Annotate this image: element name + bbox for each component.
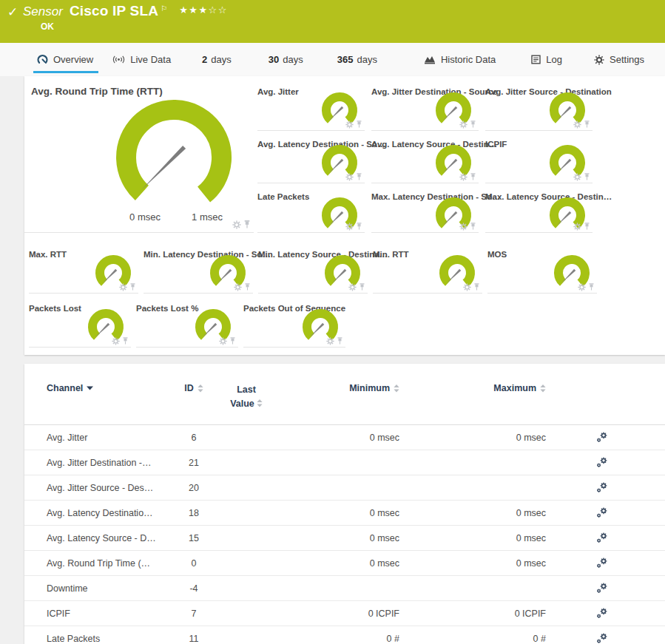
channel-settings-icon[interactable]	[596, 633, 608, 644]
pin-icon[interactable]	[356, 222, 362, 231]
pin-icon[interactable]	[584, 120, 590, 129]
cell-id: 6	[172, 433, 215, 443]
pin-icon[interactable]	[584, 172, 590, 181]
gear-icon[interactable]	[345, 173, 354, 181]
pin-icon[interactable]	[473, 282, 480, 291]
broadcast-icon	[112, 55, 125, 64]
gear-icon[interactable]	[459, 223, 467, 231]
gauge-cell: Min. Latency Destination - So…	[144, 245, 253, 294]
sort-icon	[257, 399, 263, 407]
channel-settings-icon[interactable]	[596, 608, 608, 619]
gauge-cell: Packets Lost	[29, 299, 131, 348]
gear-icon[interactable]	[459, 121, 467, 129]
pin-icon[interactable]	[122, 336, 129, 345]
object-kind-label: Sensor	[23, 4, 63, 18]
gear-icon[interactable]	[578, 283, 586, 291]
status-badge: OK	[41, 21, 54, 32]
gear-icon	[594, 55, 604, 65]
gear-icon[interactable]	[326, 337, 334, 345]
pin-icon[interactable]	[356, 172, 362, 181]
gear-icon[interactable]	[573, 223, 581, 231]
cell-channel: Avg. Jitter Source - Des…	[47, 483, 172, 493]
pin-icon[interactable]	[356, 120, 362, 129]
gauge-cell-avg-rtt: Avg. Round Trip Time (RTT) 0 msec 1 msec	[24, 76, 254, 233]
sort-icon	[198, 384, 203, 393]
sensor-banner: ✓ SensorCisco IP SLA⚐★★★☆☆ OK	[0, 0, 665, 43]
cell-id: 18	[172, 508, 215, 518]
gauge-cell: ICPIF	[485, 135, 593, 183]
pin-icon[interactable]	[359, 282, 365, 291]
cell-channel: ICPIF	[47, 609, 172, 619]
gauge-cell: Min. RTT	[373, 245, 482, 294]
cell-id: 15	[172, 533, 215, 543]
tab-log[interactable]: Log	[531, 43, 562, 76]
cell-channel: Avg. Round Trip Time (…	[47, 558, 172, 569]
cell-id: -4	[172, 583, 215, 594]
pin-icon[interactable]	[588, 282, 595, 291]
column-header-minimum[interactable]: Minimum	[277, 383, 399, 393]
column-header-last-value[interactable]: Last Value	[225, 383, 268, 411]
pin-icon[interactable]	[243, 220, 251, 229]
gauge-cell: Max. Latency Source - Destin…	[485, 187, 593, 233]
gear-icon[interactable]	[119, 283, 127, 291]
cell-id: 7	[172, 609, 215, 619]
gear-icon[interactable]	[573, 173, 581, 181]
column-header-maximum[interactable]: Maximum	[399, 383, 546, 393]
tab-live-data[interactable]: Live Data	[112, 43, 171, 76]
gear-icon[interactable]	[345, 121, 354, 129]
tab-30-days[interactable]: 30 days	[269, 43, 303, 76]
channels-table-panel: Channel ID Last Value Minimum Maximum Av…	[24, 364, 665, 644]
channel-settings-icon[interactable]	[596, 532, 608, 543]
pin-icon[interactable]	[470, 222, 476, 231]
channel-settings-icon[interactable]	[596, 507, 608, 518]
cell-channel: Avg. Latency Destinatio…	[47, 508, 172, 518]
tab-365-days[interactable]: 365 days	[337, 43, 377, 76]
channel-settings-icon[interactable]	[596, 557, 608, 569]
table-row: Avg. Jitter 6 0 msec 0 msec	[24, 425, 665, 450]
table-row: Avg. Jitter Source - Des… 20	[24, 475, 665, 501]
pin-icon[interactable]	[229, 336, 236, 345]
gauge-cell: Late Packets	[257, 187, 365, 233]
gauge-cell: Avg. Latency Source - Destin…	[371, 135, 479, 183]
gear-icon[interactable]	[232, 220, 241, 229]
tab-settings[interactable]: Settings	[594, 43, 644, 76]
gear-icon[interactable]	[348, 283, 357, 291]
sort-icon	[540, 384, 546, 393]
cell-minimum: 0 ICPIF	[277, 609, 399, 619]
gear-icon[interactable]	[345, 223, 354, 231]
cell-maximum: 0 ICPIF	[399, 609, 546, 619]
sort-desc-icon	[87, 386, 93, 390]
pin-icon[interactable]	[337, 336, 343, 345]
channel-settings-icon[interactable]	[596, 482, 608, 493]
cell-id: 11	[172, 634, 215, 644]
channel-settings-icon[interactable]	[596, 432, 608, 443]
pin-icon[interactable]	[129, 282, 136, 291]
cell-minimum: 0 msec	[277, 433, 399, 443]
gauge-cell: Avg. Jitter Destination - Source	[371, 82, 479, 131]
column-header-channel[interactable]: Channel	[47, 383, 172, 393]
gauge-cell: Min. Latency Source - Destina…	[258, 245, 368, 294]
gear-icon[interactable]	[463, 283, 471, 291]
pin-icon[interactable]	[470, 120, 476, 129]
tab-2-days[interactable]: 2 days	[202, 43, 232, 76]
column-header-id[interactable]: ID	[172, 383, 215, 393]
cell-minimum: 0 msec	[277, 558, 399, 569]
gear-icon[interactable]	[459, 173, 467, 181]
table-row: Late Packets 11 0 # 0 #	[24, 626, 665, 644]
pin-icon[interactable]	[244, 282, 251, 291]
tab-overview[interactable]: Overview	[37, 43, 93, 76]
cell-maximum: 0 #	[399, 634, 546, 644]
gear-icon[interactable]	[112, 337, 120, 345]
channel-settings-icon[interactable]	[596, 583, 608, 594]
priority-stars[interactable]: ★★★☆☆	[179, 4, 228, 16]
cell-maximum: 0 msec	[399, 508, 546, 518]
tab-historic-data[interactable]: Historic Data	[424, 43, 496, 76]
table-header-row: Channel ID Last Value Minimum Maximum	[24, 383, 665, 425]
gear-icon[interactable]	[573, 121, 581, 129]
gear-icon[interactable]	[234, 283, 242, 291]
gear-icon[interactable]	[219, 337, 227, 345]
log-icon	[531, 55, 541, 64]
pin-icon[interactable]	[584, 222, 590, 231]
pin-icon[interactable]	[470, 172, 476, 181]
channel-settings-icon[interactable]	[596, 457, 608, 468]
